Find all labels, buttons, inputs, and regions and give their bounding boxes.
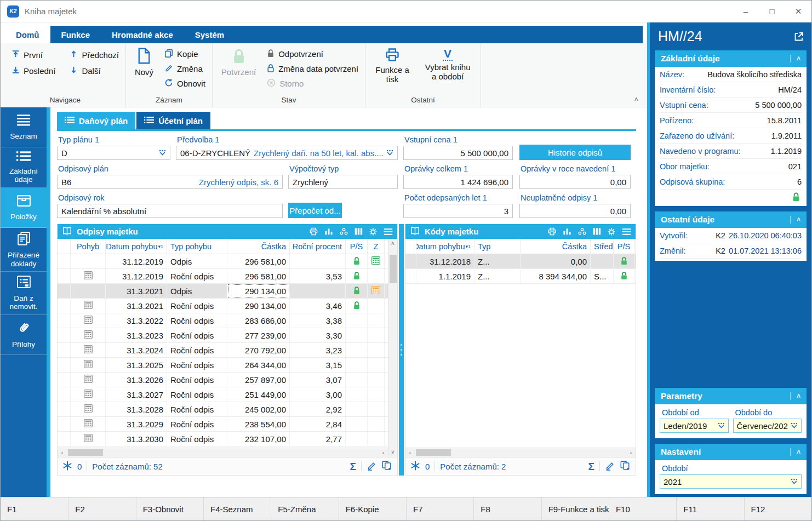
group-icon[interactable] — [577, 227, 587, 236]
columns-icon[interactable] — [593, 227, 601, 236]
table-row[interactable]: 31.3.2021Roční odpis290 134,003,46 — [58, 299, 388, 313]
fkey-f7[interactable]: F7 — [406, 497, 473, 520]
column-header[interactable]: Typ — [474, 239, 521, 254]
maximize-button[interactable]: □ — [759, 1, 785, 22]
change-confirm-date-button[interactable]: Změna data potvrzení — [267, 64, 358, 74]
fkey-f8[interactable]: F8 — [473, 497, 541, 520]
scroll-right-button[interactable]: › — [379, 448, 388, 457]
sidebar-item-seznam[interactable]: Seznam — [1, 107, 47, 147]
column-header[interactable] — [405, 239, 416, 254]
fkey-f11[interactable]: F11 — [676, 497, 744, 520]
dropdown-icon[interactable] — [159, 150, 166, 156]
columns-icon[interactable] — [354, 227, 363, 236]
gear-icon[interactable] — [607, 227, 616, 236]
sum-button[interactable]: Σ — [350, 461, 356, 472]
section-header[interactable]: Parametry ˄ — [655, 388, 807, 404]
odpisovy-rok-input[interactable]: Kalendářní % absolutní — [57, 204, 283, 218]
vstupni-cena-input[interactable]: 5 500 000,00 — [403, 146, 513, 160]
first-record-button[interactable]: První — [12, 50, 55, 60]
horizontal-scrollbar[interactable]: ‹ › — [405, 448, 636, 457]
table-row[interactable]: 31.3.2030Roční odpis232 107,002,77 — [58, 432, 388, 446]
table-splitter[interactable] — [399, 224, 404, 476]
obdobi-od-input[interactable]: Leden/2019 — [660, 419, 729, 433]
column-header[interactable]: Z — [368, 239, 385, 254]
next-record-button[interactable]: Další — [70, 66, 119, 76]
previous-record-button[interactable]: Předchozí — [70, 50, 119, 60]
unconfirm-button[interactable]: Odpotvrzení — [267, 49, 358, 59]
column-header[interactable]: P/S — [614, 239, 634, 254]
group-icon[interactable] — [339, 227, 348, 236]
copy-add-icon[interactable] — [381, 460, 392, 472]
horizontal-scrollbar[interactable]: ‹ › — [58, 448, 388, 457]
column-header[interactable]: P/S — [346, 239, 368, 254]
scroll-up-button[interactable]: ˄ — [388, 239, 398, 248]
opravky-celkem-input[interactable]: 1 424 696,00 — [403, 175, 513, 189]
dropdown-icon[interactable] — [791, 423, 798, 428]
fkey-f12[interactable]: F12 — [744, 497, 811, 520]
column-header[interactable] — [58, 239, 71, 254]
odpisovy-plan-input[interactable]: B6 Zrychlený odpis, sk. 6 — [57, 175, 283, 189]
table-row[interactable]: 31.3.2027Roční odpis251 449,003,00 — [58, 387, 388, 402]
edit-icon[interactable] — [605, 461, 615, 472]
minimize-button[interactable]: – — [733, 1, 759, 22]
ribbon-collapse-button[interactable]: ˄ — [634, 95, 638, 104]
tab-danovy-plan[interactable]: Daňový plán — [57, 112, 135, 129]
scrollbar-thumb[interactable] — [68, 449, 103, 456]
menu-icon[interactable] — [384, 228, 393, 236]
table-row[interactable]: 31.3.2028Roční odpis245 002,002,92 — [58, 402, 388, 417]
sidebar-item-p-lohy[interactable]: Přílohy — [1, 315, 47, 355]
dropdown-icon[interactable] — [718, 423, 725, 428]
table-row[interactable]: 31.3.2021Odpis290 134,00 — [58, 284, 388, 299]
column-header[interactable]: Typ pohybu — [167, 239, 227, 254]
table-row[interactable]: 1.1.2019Z...8 394 344,00S... — [405, 269, 636, 284]
obdobi-input[interactable]: 2021 — [660, 474, 802, 489]
table-row[interactable]: 31.3.2024Roční odpis270 792,003,23 — [58, 343, 388, 358]
copy-record-button[interactable]: Kopie — [164, 49, 205, 59]
vypoctovy-typ-input[interactable]: Zrychlený — [288, 175, 398, 189]
edit-record-button[interactable]: Změna — [164, 64, 205, 74]
column-header[interactable]: Roční procent — [290, 239, 346, 254]
chart-icon[interactable] — [324, 227, 333, 236]
opravky-navedeni-input[interactable]: 0,00 — [519, 175, 631, 189]
obdobi-do-input[interactable]: Červenec/202 — [733, 419, 802, 433]
table-row[interactable]: 31.12.2019Roční odpis296 581,003,53 — [58, 269, 388, 284]
collapse-icon[interactable]: ˄ — [790, 216, 800, 224]
table-row[interactable]: 31.12.2018Z...0,00 — [405, 254, 636, 269]
column-header[interactable]: Datum pohybu▾1 — [106, 239, 167, 254]
sidebar-item-z-kladn-daje[interactable]: Základní údaje — [1, 147, 47, 188]
historie-odpisu-button[interactable]: Historie odpisů — [519, 145, 631, 160]
new-record-button[interactable]: Nový — [133, 45, 156, 89]
dropdown-icon[interactable] — [386, 150, 393, 156]
select-book-period-button[interactable]: V Vybrat knihu a období — [421, 45, 474, 84]
last-record-button[interactable]: Poslední — [12, 66, 55, 76]
fkey-f3[interactable]: F3-Obnovit — [136, 497, 203, 520]
vertical-scrollbar[interactable]: ˄ ˅ — [388, 239, 397, 457]
scroll-left-button[interactable]: ‹ — [58, 448, 67, 457]
collapse-icon[interactable]: ˄ — [790, 448, 800, 456]
print-icon[interactable] — [547, 227, 557, 236]
fkey-f10[interactable]: F10 — [609, 497, 676, 520]
sidebar-item-da-z-nemovit[interactable]: Daň z nemovit. — [1, 272, 47, 315]
column-header[interactable]: Částka — [521, 239, 591, 254]
chart-icon[interactable] — [563, 227, 571, 236]
refresh-button[interactable]: Obnovit — [164, 78, 205, 89]
scroll-right-button[interactable]: › — [626, 448, 636, 457]
scrollbar-thumb[interactable] — [416, 449, 451, 456]
column-header[interactable]: Středisko — [591, 239, 614, 254]
table-row[interactable]: 31.3.2026Roční odpis257 897,003,07 — [58, 373, 388, 387]
table-row[interactable]: 31.3.2025Roční odpis264 344,003,15 — [58, 358, 388, 373]
sum-button[interactable]: Σ — [588, 461, 594, 472]
column-header[interactable]: Datum pohybu▾1 — [416, 239, 474, 254]
ribbon-tab-system[interactable]: Systém — [184, 26, 235, 43]
ribbon-tab-domu[interactable]: Domů — [5, 26, 50, 43]
copy-add-icon[interactable] — [620, 460, 631, 472]
close-button[interactable]: ✕ — [785, 1, 811, 22]
ribbon-tab-funkce[interactable]: Funkce — [50, 26, 101, 43]
table-row[interactable]: 31.3.2022Roční odpis283 686,003,38 — [58, 313, 388, 328]
print-icon[interactable] — [309, 227, 318, 236]
prepocet-button[interactable]: Přepočet od... — [288, 203, 342, 218]
fkey-f2[interactable]: F2 — [68, 497, 135, 520]
fkey-f5[interactable]: F5-Změna — [271, 497, 338, 520]
fkey-f1[interactable]: F1 — [1, 497, 68, 520]
tab-ucetni-plan[interactable]: Účetní plán — [136, 112, 210, 129]
